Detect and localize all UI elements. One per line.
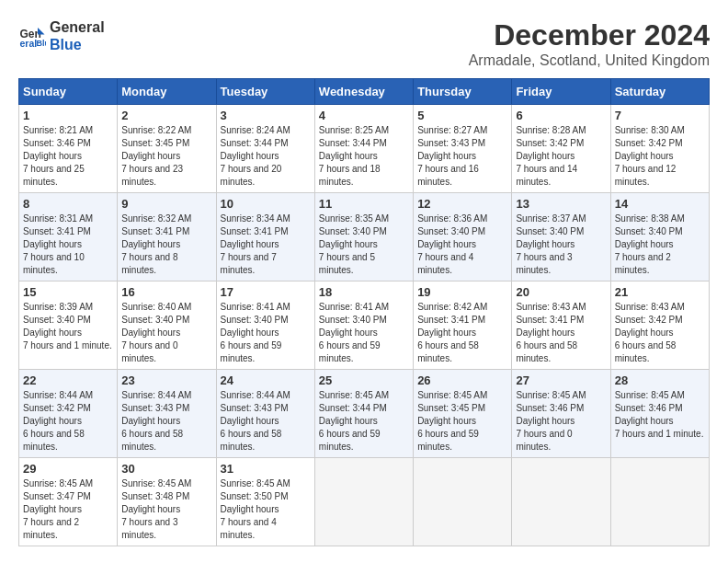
day-info: Sunrise: 8:39 AMSunset: 3:40 PMDaylight … [23, 301, 113, 352]
day-number: 12 [417, 197, 507, 211]
calendar-cell: 23Sunrise: 8:44 AMSunset: 3:43 PMDayligh… [118, 370, 216, 458]
calendar-week-row: 1Sunrise: 8:21 AMSunset: 3:46 PMDaylight… [19, 105, 710, 193]
day-info: Sunrise: 8:45 AMSunset: 3:47 PMDaylight … [23, 477, 113, 542]
day-info: Sunrise: 8:45 AMSunset: 3:45 PMDaylight … [417, 389, 507, 454]
calendar-cell: 24Sunrise: 8:44 AMSunset: 3:43 PMDayligh… [216, 370, 314, 458]
day-info: Sunrise: 8:44 AMSunset: 3:43 PMDaylight … [121, 389, 211, 454]
calendar-cell: 28Sunrise: 8:45 AMSunset: 3:46 PMDayligh… [610, 370, 709, 458]
calendar-cell: 12Sunrise: 8:36 AMSunset: 3:40 PMDayligh… [414, 193, 512, 282]
day-number: 22 [23, 373, 113, 387]
day-info: Sunrise: 8:25 AMSunset: 3:44 PMDaylight … [319, 124, 409, 189]
calendar-cell [512, 458, 610, 546]
day-number: 5 [417, 109, 507, 122]
calendar-cell [314, 458, 413, 546]
calendar-cell: 26Sunrise: 8:45 AMSunset: 3:45 PMDayligh… [414, 370, 512, 458]
calendar-cell: 6Sunrise: 8:28 AMSunset: 3:42 PMDaylight… [512, 105, 610, 193]
calendar-cell: 16Sunrise: 8:40 AMSunset: 3:40 PMDayligh… [118, 282, 216, 370]
calendar-cell: 15Sunrise: 8:39 AMSunset: 3:40 PMDayligh… [19, 282, 118, 370]
calendar-cell: 14Sunrise: 8:38 AMSunset: 3:40 PMDayligh… [610, 193, 709, 282]
day-number: 13 [516, 197, 606, 211]
day-number: 14 [615, 197, 705, 211]
day-number: 29 [23, 462, 113, 476]
logo-icon: Gen eral Blue [18, 22, 46, 50]
day-info: Sunrise: 8:37 AMSunset: 3:40 PMDaylight … [516, 213, 606, 277]
day-info: Sunrise: 8:40 AMSunset: 3:40 PMDaylight … [121, 301, 211, 365]
day-info: Sunrise: 8:41 AMSunset: 3:40 PMDaylight … [221, 301, 311, 365]
day-number: 4 [319, 109, 409, 122]
day-info: Sunrise: 8:31 AMSunset: 3:41 PMDaylight … [23, 213, 113, 277]
day-number: 19 [417, 285, 507, 299]
calendar-cell: 3Sunrise: 8:24 AMSunset: 3:44 PMDaylight… [216, 105, 314, 193]
calendar-cell [414, 458, 512, 546]
logo: Gen eral Blue General Blue [18, 18, 105, 53]
day-number: 2 [121, 109, 211, 122]
calendar-cell: 30Sunrise: 8:45 AMSunset: 3:48 PMDayligh… [118, 458, 216, 546]
calendar-cell: 7Sunrise: 8:30 AMSunset: 3:42 PMDaylight… [610, 105, 709, 193]
day-info: Sunrise: 8:42 AMSunset: 3:41 PMDaylight … [417, 301, 507, 365]
day-info: Sunrise: 8:45 AMSunset: 3:50 PMDaylight … [221, 477, 311, 542]
day-number: 27 [516, 373, 606, 387]
calendar-week-row: 8Sunrise: 8:31 AMSunset: 3:41 PMDaylight… [19, 193, 710, 282]
calendar-cell: 22Sunrise: 8:44 AMSunset: 3:42 PMDayligh… [19, 370, 118, 458]
calendar-cell: 5Sunrise: 8:27 AMSunset: 3:43 PMDaylight… [414, 105, 512, 193]
day-info: Sunrise: 8:34 AMSunset: 3:41 PMDaylight … [221, 213, 311, 277]
day-number: 17 [221, 285, 311, 299]
day-number: 16 [121, 285, 211, 299]
calendar-weekday-header: Sunday [19, 79, 118, 105]
calendar-cell: 9Sunrise: 8:32 AMSunset: 3:41 PMDaylight… [118, 193, 216, 282]
day-info: Sunrise: 8:45 AMSunset: 3:46 PMDaylight … [516, 389, 606, 454]
day-number: 9 [121, 197, 211, 211]
day-number: 10 [221, 197, 311, 211]
day-number: 20 [516, 285, 606, 299]
calendar-header-row: SundayMondayTuesdayWednesdayThursdayFrid… [19, 79, 710, 105]
day-number: 3 [221, 109, 311, 122]
day-number: 23 [121, 373, 211, 387]
svg-text:eral: eral [20, 38, 38, 49]
day-number: 28 [615, 373, 705, 387]
day-number: 30 [121, 462, 211, 476]
day-info: Sunrise: 8:43 AMSunset: 3:41 PMDaylight … [516, 301, 606, 365]
day-info: Sunrise: 8:36 AMSunset: 3:40 PMDaylight … [417, 213, 507, 277]
calendar-cell: 8Sunrise: 8:31 AMSunset: 3:41 PMDaylight… [19, 193, 118, 282]
calendar-weekday-header: Monday [118, 79, 216, 105]
month-title: December 2024 [469, 18, 710, 52]
day-number: 18 [319, 285, 409, 299]
calendar-cell: 20Sunrise: 8:43 AMSunset: 3:41 PMDayligh… [512, 282, 610, 370]
day-info: Sunrise: 8:44 AMSunset: 3:43 PMDaylight … [221, 389, 311, 454]
calendar-cell: 27Sunrise: 8:45 AMSunset: 3:46 PMDayligh… [512, 370, 610, 458]
title-area: December 2024 Armadale, Scotland, United… [469, 18, 710, 69]
day-number: 11 [319, 197, 409, 211]
calendar-week-row: 22Sunrise: 8:44 AMSunset: 3:42 PMDayligh… [19, 370, 710, 458]
day-number: 15 [23, 285, 113, 299]
day-number: 1 [23, 109, 113, 122]
calendar-cell [610, 458, 709, 546]
calendar-body: 1Sunrise: 8:21 AMSunset: 3:46 PMDaylight… [19, 105, 710, 546]
logo-text: General Blue [50, 18, 105, 53]
day-info: Sunrise: 8:27 AMSunset: 3:43 PMDaylight … [417, 124, 507, 189]
day-number: 24 [221, 373, 311, 387]
calendar-week-row: 15Sunrise: 8:39 AMSunset: 3:40 PMDayligh… [19, 282, 710, 370]
calendar-cell: 21Sunrise: 8:43 AMSunset: 3:42 PMDayligh… [610, 282, 709, 370]
day-info: Sunrise: 8:45 AMSunset: 3:46 PMDaylight … [615, 389, 705, 441]
day-number: 26 [417, 373, 507, 387]
day-info: Sunrise: 8:35 AMSunset: 3:40 PMDaylight … [319, 213, 409, 277]
calendar-weekday-header: Tuesday [216, 79, 314, 105]
svg-text:Blue: Blue [37, 39, 47, 48]
day-info: Sunrise: 8:28 AMSunset: 3:42 PMDaylight … [516, 124, 606, 189]
calendar-cell: 29Sunrise: 8:45 AMSunset: 3:47 PMDayligh… [19, 458, 118, 546]
calendar-cell: 17Sunrise: 8:41 AMSunset: 3:40 PMDayligh… [216, 282, 314, 370]
day-info: Sunrise: 8:43 AMSunset: 3:42 PMDaylight … [615, 301, 705, 365]
calendar-weekday-header: Saturday [610, 79, 709, 105]
calendar-weekday-header: Friday [512, 79, 610, 105]
calendar-cell: 25Sunrise: 8:45 AMSunset: 3:44 PMDayligh… [314, 370, 413, 458]
day-info: Sunrise: 8:45 AMSunset: 3:44 PMDaylight … [319, 389, 409, 454]
calendar-cell: 18Sunrise: 8:41 AMSunset: 3:40 PMDayligh… [314, 282, 413, 370]
calendar-cell: 19Sunrise: 8:42 AMSunset: 3:41 PMDayligh… [414, 282, 512, 370]
calendar-table: SundayMondayTuesdayWednesdayThursdayFrid… [18, 78, 710, 546]
day-info: Sunrise: 8:38 AMSunset: 3:40 PMDaylight … [615, 213, 705, 277]
page-header: Gen eral Blue General Blue December 2024… [18, 18, 710, 69]
location-title: Armadale, Scotland, United Kingdom [469, 52, 710, 69]
day-number: 31 [221, 462, 311, 476]
day-info: Sunrise: 8:32 AMSunset: 3:41 PMDaylight … [121, 213, 211, 277]
calendar-cell: 13Sunrise: 8:37 AMSunset: 3:40 PMDayligh… [512, 193, 610, 282]
